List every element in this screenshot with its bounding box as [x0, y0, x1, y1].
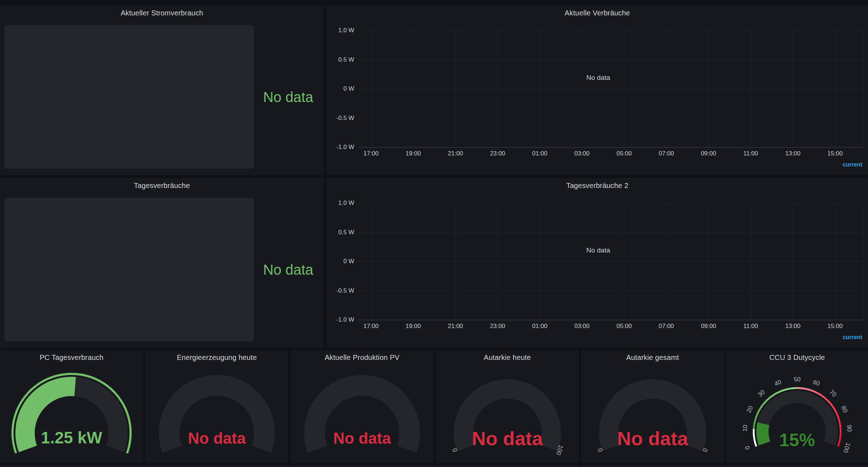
legend-series-current[interactable]: current — [843, 162, 862, 168]
gridline-y — [358, 60, 864, 60]
gridline-x — [455, 30, 456, 147]
gridline-x — [582, 30, 582, 147]
no-data-label: No data — [562, 74, 634, 82]
no-data-label: No data — [562, 246, 634, 254]
y-axis-tick-label: 0 W — [329, 85, 354, 92]
gauge-value: No data — [145, 429, 288, 447]
gridline-x — [708, 203, 709, 320]
gauge-value: No data — [291, 429, 434, 447]
gridline-y — [358, 30, 864, 31]
x-axis-tick-label: 23:00 — [485, 323, 510, 330]
panel-title[interactable]: Aktueller Stromverbrauch — [0, 9, 324, 17]
gauge-value: 15% — [726, 430, 868, 451]
gridline-x — [371, 30, 371, 147]
gridline-x — [498, 30, 498, 147]
gauge-value: 1.25 kW — [0, 428, 143, 447]
gridline-y — [358, 203, 864, 203]
panel-autarkie-gesamt: Autarkie gesamt 00 No data — [581, 350, 724, 463]
y-axis-tick-label: 0 W — [329, 258, 354, 265]
gridline-y — [358, 147, 864, 148]
panel-aktuelle-verbraeuche: Aktuelle Verbräuche 1.0 W0.5 W0 W-0.5 W-… — [327, 5, 868, 175]
x-axis-tick-label: 23:00 — [485, 150, 510, 157]
x-axis-tick-label: 15:00 — [823, 323, 848, 330]
gauge-threshold-ring — [126, 449, 129, 453]
y-axis-tick-label: 0.5 W — [329, 56, 354, 63]
grafana-dashboard: Aktueller Stromverbrauch No data Aktuell… — [0, 0, 868, 467]
x-axis-tick-label: 09:00 — [696, 323, 721, 330]
gauge-scale-label: 20 — [745, 405, 754, 414]
gridline-x — [835, 203, 835, 320]
gridline-x — [864, 203, 864, 320]
x-axis-tick-label: 09:00 — [696, 150, 721, 157]
gridline-x — [751, 30, 751, 147]
x-axis-tick-label: 07:00 — [654, 150, 679, 157]
gauge-scale-label: 70 — [828, 389, 838, 398]
gauge-scale-label: 80 — [840, 405, 849, 414]
gridline-x — [371, 203, 371, 320]
panel-energieerzeugung-heute: Energieerzeugung heute No data — [145, 350, 288, 463]
x-axis-tick-label: 17:00 — [359, 323, 384, 330]
gridline-x — [455, 203, 456, 320]
gauge-scale-label: 60 — [812, 379, 821, 387]
gridline-x — [751, 203, 751, 320]
gridline-x — [624, 203, 624, 320]
gridline-y — [358, 291, 864, 291]
x-axis-tick-label: 19:00 — [401, 150, 426, 157]
y-axis-tick-label: 1.0 W — [329, 27, 354, 34]
gridline-y — [358, 232, 864, 233]
y-axis-tick-label: -0.5 W — [329, 115, 354, 122]
gridline-x — [413, 203, 414, 320]
x-axis-tick-label: 21:00 — [443, 150, 468, 157]
no-data-label: No data — [253, 261, 324, 278]
gridline-x — [708, 30, 709, 147]
x-axis-tick-label: 05:00 — [611, 150, 637, 157]
gridline-x — [540, 203, 540, 320]
x-axis-tick-label: 01:00 — [527, 150, 552, 157]
x-axis-tick-label: 03:00 — [570, 150, 595, 157]
next-row-panel-sliver — [436, 465, 579, 467]
gauge-value: No data — [581, 427, 724, 449]
pie-chart-area[interactable] — [4, 198, 254, 341]
next-row-panel-sliver — [145, 465, 288, 467]
y-axis-tick-label: 0.5 W — [329, 229, 354, 236]
x-axis-tick-label: 15:00 — [823, 150, 848, 157]
next-row-panel-sliver — [0, 465, 143, 467]
x-axis-tick-label: 05:00 — [611, 323, 637, 330]
legend-series-current[interactable]: current — [843, 334, 862, 341]
panel-tagesverbraeuche: Tagesverbräuche No data — [0, 178, 324, 348]
y-axis-tick-label: -0.5 W — [329, 287, 354, 294]
gridline-x — [582, 203, 582, 320]
gridline-y — [358, 320, 864, 320]
pie-chart-area[interactable] — [4, 25, 254, 169]
no-data-label: No data — [253, 88, 324, 106]
y-axis-tick-label: 1.0 W — [329, 199, 354, 207]
gridline-y — [358, 89, 864, 89]
gridline-y — [358, 261, 864, 262]
x-axis-tick-label: 03:00 — [570, 323, 595, 330]
gridline-x — [793, 203, 793, 320]
gauge-value: No data — [436, 427, 579, 449]
gridline-x — [624, 30, 624, 147]
next-row-panel-sliver — [726, 465, 868, 467]
x-axis-tick-label: 01:00 — [527, 323, 552, 330]
gridline-x — [864, 30, 864, 147]
panel-ccu3-dutycycle: CCU 3 Dutycycle 0102030405060708090100 1… — [726, 350, 868, 463]
x-axis-tick-label: 11:00 — [738, 323, 763, 330]
x-axis-tick-label: 21:00 — [443, 323, 468, 330]
time-series-plot[interactable]: 1.0 W0.5 W0 W-0.5 W-1.0 W17:0019:0021:00… — [327, 5, 868, 175]
gridline-x — [666, 203, 667, 320]
gauge-scale-label: 30 — [757, 389, 766, 398]
time-series-plot[interactable]: 1.0 W0.5 W0 W-0.5 W-1.0 W17:0019:0021:00… — [327, 178, 868, 348]
y-axis-tick-label: -1.0 W — [329, 316, 354, 323]
panel-aktuelle-produktion-pv: Aktuelle Produktion PV No data — [291, 350, 434, 463]
panel-aktueller-stromverbrauch: Aktueller Stromverbrauch No data — [0, 5, 324, 175]
x-axis-tick-label: 19:00 — [401, 323, 426, 330]
gauge-scale-label: 40 — [774, 379, 782, 387]
panel-title[interactable]: Tagesverbräuche — [0, 182, 324, 190]
gridline-x — [540, 30, 540, 147]
y-axis-tick-label: -1.0 W — [329, 144, 354, 151]
gridline-x — [835, 30, 835, 147]
gridline-y — [358, 118, 864, 119]
gridline-x — [793, 30, 793, 147]
x-axis-tick-label: 13:00 — [780, 323, 805, 330]
